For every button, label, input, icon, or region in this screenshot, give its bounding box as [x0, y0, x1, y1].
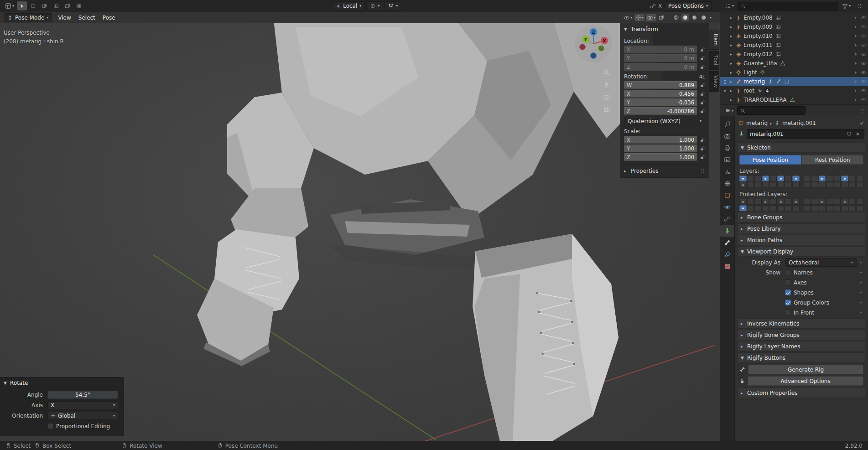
properties-subpanel-header[interactable]: ▸Properties — [620, 166, 709, 176]
unlock-icon[interactable] — [699, 155, 705, 160]
outliner-item-metarig[interactable]: ▸metarig — [720, 77, 868, 86]
tool-settings-icon-1[interactable] — [28, 1, 38, 10]
layer-button-15[interactable] — [856, 199, 863, 205]
menu-pose[interactable]: Pose — [101, 15, 117, 21]
z-value-field[interactable]: Z1.000 — [624, 153, 697, 161]
layer-button-23[interactable] — [792, 182, 800, 188]
layer-button-4[interactable] — [769, 199, 777, 205]
selectable-toggle-icon[interactable] — [853, 34, 858, 38]
unlock-icon[interactable] — [699, 83, 705, 88]
shading-options-dropdown[interactable]: ▾ — [709, 16, 712, 20]
properties-tab-scene[interactable] — [720, 166, 734, 177]
disclosure-triangle-icon[interactable]: ▸ — [729, 16, 733, 20]
properties-tab-material[interactable] — [720, 261, 734, 272]
layer-button-3[interactable] — [762, 199, 769, 205]
properties-editor-type-dropdown[interactable]: ▾ — [723, 106, 735, 115]
unlock-icon[interactable] — [699, 91, 705, 96]
pan-hand-icon[interactable] — [603, 81, 610, 88]
checkbox-axes[interactable] — [785, 279, 791, 285]
layer-button-13[interactable] — [841, 199, 848, 205]
outliner-filter-button[interactable]: ▾ — [841, 1, 852, 10]
unlock-icon[interactable] — [699, 100, 705, 105]
section-viewport-display[interactable]: ▼Viewport Display — [738, 246, 865, 257]
z-value-field[interactable]: Z-0.000286 — [624, 107, 697, 115]
disclosure-triangle-icon[interactable]: ▸ — [729, 25, 733, 29]
layer-button-1[interactable] — [747, 199, 754, 205]
hide-toggle-eye-icon[interactable] — [861, 42, 866, 48]
layer-button-27[interactable] — [826, 182, 833, 188]
properties-tab-tool[interactable] — [720, 119, 734, 130]
layer-button-25[interactable] — [811, 182, 818, 188]
viewport-canvas[interactable]: User Perspective (208) metarig : shin.R … — [0, 23, 720, 441]
y-value-field[interactable]: Y-0.036 — [624, 98, 697, 106]
layer-button-30[interactable] — [849, 205, 856, 211]
proportional-editing-checkbox[interactable] — [47, 423, 53, 429]
checkbox-in-front[interactable] — [785, 310, 791, 316]
tool-settings-icon-5[interactable] — [74, 1, 84, 10]
proportional-editing-icon[interactable] — [650, 3, 656, 9]
hide-toggle-eye-icon[interactable] — [861, 97, 866, 103]
layer-button-26[interactable] — [819, 182, 826, 188]
unlock-icon[interactable] — [699, 137, 705, 142]
layer-button-10[interactable] — [819, 176, 826, 181]
disclosure-triangle-icon[interactable]: ▸ — [729, 34, 733, 38]
camera-view-icon[interactable] — [603, 93, 610, 101]
outliner-item-Guante_Uña[interactable]: ▸Guante_Uña — [720, 59, 868, 68]
outliner-display-mode-dropdown[interactable]: ▾ — [724, 1, 735, 10]
layer-button-24[interactable] — [804, 182, 811, 188]
angle-field[interactable]: 54.5° — [47, 391, 118, 399]
outliner-item-root[interactable]: ▸root4 — [720, 86, 868, 95]
outliner-item-TIRARODILLERA[interactable]: ▸TIRARODILLERA — [720, 95, 868, 104]
transform-orientation-dropdown[interactable]: Local▾ — [332, 1, 365, 10]
zoom-icon[interactable] — [603, 69, 610, 76]
disclosure-triangle-icon[interactable]: ▸ — [729, 70, 733, 75]
layer-button-3[interactable] — [762, 176, 769, 181]
section-rigify-bone-groups[interactable]: ▸Rigify Bone Groups — [738, 330, 865, 340]
layer-button-8[interactable] — [804, 199, 811, 205]
disclosure-triangle-icon[interactable]: ▸ — [729, 98, 733, 102]
layer-button-7[interactable] — [792, 199, 800, 205]
checkbox-shapes[interactable] — [785, 290, 791, 295]
layer-button-18[interactable] — [754, 182, 762, 188]
disclosure-triangle-icon[interactable]: ▸ — [729, 79, 733, 84]
rest-position-button[interactable]: Rest Position — [802, 155, 864, 165]
layer-button-21[interactable] — [777, 182, 785, 188]
section-custom-properties[interactable]: ▸Custom Properties — [738, 388, 865, 398]
rotation-lock-badge[interactable]: 4L — [699, 74, 705, 80]
properties-tab-view-layer[interactable] — [720, 154, 734, 166]
properties-tab-output[interactable] — [720, 142, 734, 154]
layer-button-13[interactable] — [841, 176, 848, 181]
axis-dropdown[interactable]: X▾ — [47, 401, 118, 409]
disclosure-triangle-icon[interactable]: ▸ — [729, 52, 733, 57]
mode-selector-dropdown[interactable]: Pose Mode▾ — [4, 13, 52, 22]
layer-button-16[interactable] — [739, 205, 747, 211]
layer-button-19[interactable] — [762, 205, 769, 211]
layer-button-28[interactable] — [834, 182, 841, 188]
y-value-field[interactable]: Y0 m — [624, 54, 697, 62]
hide-toggle-eye-icon[interactable] — [861, 52, 866, 57]
selectable-toggle-icon[interactable] — [853, 88, 858, 93]
selectable-toggle-icon[interactable] — [853, 98, 858, 102]
pose-position-button[interactable]: Pose Position — [739, 155, 801, 165]
properties-tab-bone[interactable] — [720, 237, 734, 248]
unlock-icon[interactable] — [699, 47, 705, 52]
x-value-field[interactable]: X0 m — [624, 46, 697, 53]
layer-button-12[interactable] — [834, 176, 841, 181]
pivot-point-dropdown[interactable]: ▾ — [366, 1, 383, 10]
layer-button-29[interactable] — [841, 205, 848, 211]
generate-rig-button[interactable]: Generate Rig — [748, 365, 863, 374]
layer-button-25[interactable] — [811, 205, 818, 211]
outliner-item-Empty.011[interactable]: ▸Empty.011 — [720, 41, 868, 50]
npanel-tab-tool[interactable]: Tool — [709, 51, 719, 69]
pose-options-dropdown[interactable]: Pose Options▾ — [665, 1, 712, 10]
properties-tab-object-data[interactable] — [720, 225, 734, 237]
layer-button-7[interactable] — [792, 176, 800, 181]
layer-button-12[interactable] — [834, 199, 841, 205]
checkbox-names[interactable] — [785, 269, 791, 275]
layer-button-31[interactable] — [856, 182, 863, 188]
layer-button-20[interactable] — [769, 182, 777, 188]
layer-button-5[interactable] — [777, 176, 785, 181]
outliner-item-Light[interactable]: ▸Light — [720, 68, 868, 77]
unlink-icon[interactable]: × — [854, 131, 861, 137]
layer-button-22[interactable] — [785, 205, 792, 211]
